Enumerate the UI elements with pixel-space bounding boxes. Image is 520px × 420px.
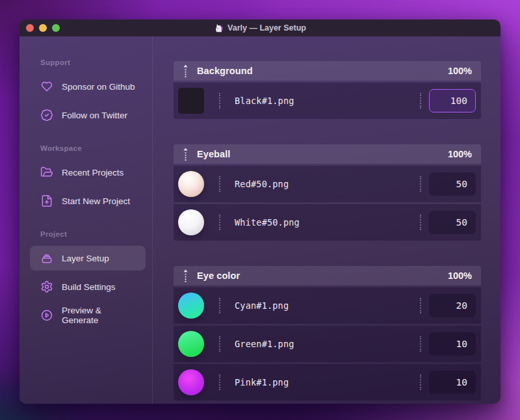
layer-group-name: Eye color bbox=[197, 270, 240, 281]
sidebar-item-label: Sponsor on Github bbox=[62, 82, 135, 92]
layer-filename: White#50.png bbox=[235, 217, 300, 228]
close-button[interactable] bbox=[26, 24, 34, 32]
sidebar: Support Sponsor on Github Follow on Twit… bbox=[20, 36, 153, 404]
layer-row: Black#1.png bbox=[174, 83, 481, 119]
sidebar-section-workspace: Workspace bbox=[40, 144, 146, 152]
drag-handle-icon[interactable] bbox=[183, 269, 188, 282]
layer-group-background: Background 100% Black#1.png bbox=[174, 61, 481, 119]
layer-row: Cyan#1.png bbox=[174, 287, 481, 324]
divider bbox=[420, 93, 421, 109]
divider bbox=[420, 336, 421, 352]
layer-thumbnail-pink bbox=[178, 369, 204, 395]
layer-thumbnail-white-sphere bbox=[178, 209, 204, 235]
badge-check-icon bbox=[40, 109, 53, 122]
layer-filename: Black#1.png bbox=[235, 96, 294, 106]
layer-thumbnail-green bbox=[178, 331, 204, 357]
layer-weight-input[interactable] bbox=[429, 172, 476, 196]
sidebar-item-label: Start New Project bbox=[62, 196, 130, 206]
folder-open-icon bbox=[40, 166, 53, 179]
layer-list: Background 100% Black#1.png bbox=[153, 36, 500, 404]
sidebar-section-project: Project bbox=[40, 230, 146, 238]
divider bbox=[420, 176, 421, 192]
layer-group-header: Eyeball 100% bbox=[174, 144, 481, 164]
layer-thumbnail-black bbox=[178, 88, 204, 114]
unicorn-icon bbox=[214, 23, 224, 33]
window-title: Varly — Layer Setup bbox=[228, 23, 306, 33]
layer-row: Green#1.png bbox=[174, 326, 481, 362]
layer-weight-input[interactable] bbox=[429, 371, 476, 394]
app-window: Varly — Layer Setup Support Sponsor on G… bbox=[20, 20, 500, 404]
layer-filename: Green#1.png bbox=[235, 339, 294, 349]
sidebar-item-layer-setup[interactable]: Layer Setup bbox=[30, 246, 146, 270]
divider bbox=[219, 176, 220, 192]
layer-group-header: Background 100% bbox=[174, 61, 481, 81]
file-plus-icon bbox=[40, 194, 53, 207]
sidebar-item-label: Build Settings bbox=[62, 282, 116, 292]
layer-row: Pink#1.png bbox=[174, 364, 481, 400]
drag-handle-icon[interactable] bbox=[183, 64, 188, 77]
drag-handle-icon[interactable] bbox=[183, 148, 188, 161]
sidebar-item-follow-twitter[interactable]: Follow on Twitter bbox=[30, 103, 146, 127]
play-circle-icon bbox=[40, 309, 53, 322]
minimize-button[interactable] bbox=[39, 24, 47, 32]
layer-row: White#50.png bbox=[174, 204, 481, 241]
divider bbox=[420, 374, 421, 390]
layer-filename: Pink#1.png bbox=[235, 377, 289, 387]
layer-group-eye-color: Eye color 100% Cyan#1.png Gre bbox=[174, 266, 481, 400]
sidebar-item-build-settings[interactable]: Build Settings bbox=[30, 274, 146, 299]
divider bbox=[219, 93, 220, 109]
zoom-button[interactable] bbox=[52, 24, 60, 32]
layer-thumbnail-red-sphere bbox=[178, 171, 204, 197]
window-controls bbox=[26, 20, 60, 36]
layer-group-total: 100% bbox=[448, 149, 472, 159]
layer-group-total: 100% bbox=[448, 66, 472, 76]
layer-group-name: Background bbox=[197, 66, 253, 76]
layer-row: Red#50.png bbox=[174, 166, 481, 202]
sidebar-item-label: Recent Projects bbox=[62, 168, 124, 177]
layer-filename: Red#50.png bbox=[235, 179, 289, 189]
sidebar-item-label: Follow on Twitter bbox=[62, 111, 127, 120]
desktop-wallpaper: Varly — Layer Setup Support Sponsor on G… bbox=[0, 0, 520, 420]
divider bbox=[219, 298, 220, 313]
sidebar-item-sponsor-github[interactable]: Sponsor on Github bbox=[30, 74, 146, 99]
divider bbox=[219, 215, 220, 230]
layer-group-eyeball: Eyeball 100% Red#50.png White bbox=[174, 144, 481, 241]
divider bbox=[420, 298, 421, 313]
layer-thumbnail-cyan bbox=[178, 293, 204, 319]
layer-group-name: Eyeball bbox=[197, 149, 230, 159]
layer-group-total: 100% bbox=[448, 270, 472, 281]
layer-weight-input[interactable] bbox=[429, 332, 476, 356]
layer-filename: Cyan#1.png bbox=[235, 300, 289, 311]
archive-box-icon bbox=[40, 252, 53, 265]
sidebar-item-label: Layer Setup bbox=[62, 254, 109, 263]
layer-weight-input[interactable] bbox=[429, 89, 476, 112]
divider bbox=[219, 374, 220, 390]
gear-icon bbox=[40, 280, 53, 293]
divider bbox=[219, 336, 220, 352]
heart-icon bbox=[40, 80, 53, 93]
layer-weight-input[interactable] bbox=[429, 211, 476, 234]
titlebar: Varly — Layer Setup bbox=[20, 20, 500, 36]
sidebar-item-recent-projects[interactable]: Recent Projects bbox=[30, 160, 146, 185]
sidebar-item-label: Preview & Generate bbox=[62, 306, 139, 325]
sidebar-item-preview-generate[interactable]: Preview & Generate bbox=[30, 303, 146, 328]
sidebar-section-support: Support bbox=[40, 59, 146, 66]
divider bbox=[420, 215, 421, 230]
layer-group-header: Eye color 100% bbox=[174, 266, 481, 285]
layer-weight-input[interactable] bbox=[429, 294, 476, 317]
sidebar-item-start-new-project[interactable]: Start New Project bbox=[30, 189, 146, 213]
